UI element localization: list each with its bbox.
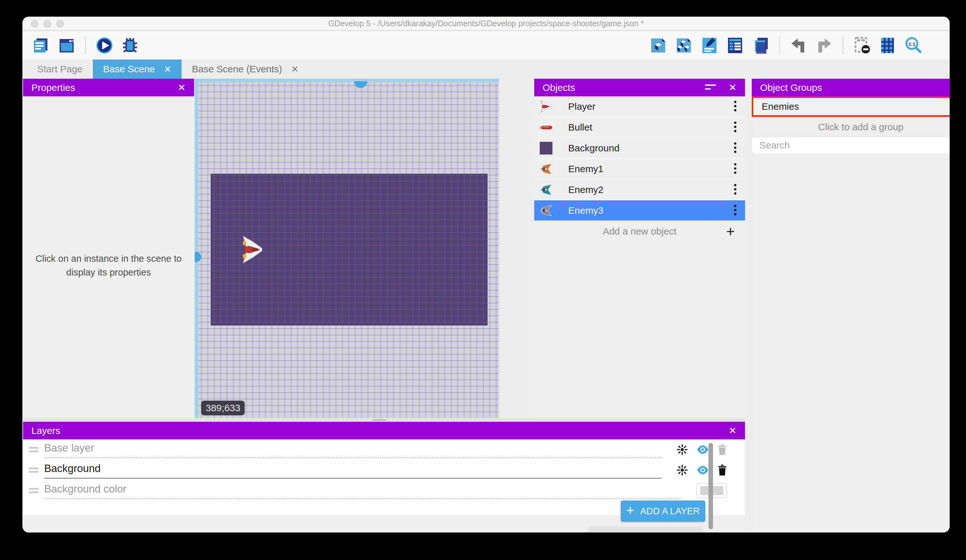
layer-effects-button[interactable] [677, 464, 688, 476]
player-ship-instance[interactable] [239, 234, 266, 265]
layer-row-background[interactable]: Background [23, 460, 745, 480]
cursor-coordinates-badge: 389;633 [201, 401, 245, 415]
titlebar: GDevelop 5 - /Users/dkarakay/Documents/G… [22, 16, 950, 31]
toggle-grid-button[interactable] [878, 35, 897, 56]
panel-title: Objects [542, 82, 575, 93]
properties-panel: Properties ✕ Click on an instance in the… [23, 79, 194, 435]
layer-name[interactable]: Background [44, 462, 100, 475]
toolbar-divider [85, 36, 86, 55]
layer-visibility-button[interactable] [696, 465, 709, 475]
game-window-edge-handle[interactable] [195, 252, 201, 262]
group-row-enemies[interactable]: Enemies [752, 96, 950, 117]
start-page-button[interactable] [57, 35, 76, 56]
redo-icon [815, 36, 833, 54]
tab-base-scene[interactable]: Base Scene ✕ [93, 59, 182, 79]
layer-delete-button[interactable] [718, 444, 727, 455]
kebab-menu-icon[interactable] [734, 204, 737, 217]
close-icon[interactable]: ✕ [729, 425, 737, 436]
toggle-window-mask-button[interactable] [852, 35, 872, 56]
object-thumbnail [539, 182, 554, 197]
toolbar-left-group [31, 35, 140, 56]
object-groups-panel-header: Object Groups ✕ [752, 79, 950, 96]
drag-handle-icon[interactable] [29, 447, 38, 452]
properties-empty-text: display its properties [66, 265, 151, 279]
layer-effects-button[interactable] [677, 444, 688, 455]
preview-play-button[interactable] [95, 35, 114, 56]
layer-name[interactable]: Base layer [44, 442, 94, 454]
layer-visibility-button[interactable] [696, 445, 709, 454]
layer-row-base[interactable]: Base layer [23, 439, 745, 460]
undo-button[interactable] [789, 35, 808, 56]
object-label: Background [568, 143, 734, 154]
close-icon[interactable]: ✕ [178, 82, 186, 93]
plus-icon: + [626, 503, 634, 518]
object-label: Enemy1 [568, 164, 734, 174]
add-group-row[interactable]: Click to add a group + [752, 117, 950, 137]
traffic-lights [31, 16, 64, 31]
open-object-groups-button[interactable] [674, 35, 693, 56]
splitter-grip-icon [372, 419, 387, 421]
object-row-bullet[interactable]: Bullet [534, 117, 745, 138]
minimize-window-button[interactable] [44, 20, 51, 28]
tab-start-page[interactable]: Start Page [27, 59, 93, 79]
layers-scrollbar[interactable] [708, 443, 713, 529]
toolbar-divider [779, 36, 780, 55]
zoom-window-button[interactable] [56, 20, 64, 28]
object-row-player[interactable]: Player [534, 96, 745, 117]
object-label: Bullet [568, 122, 734, 133]
tab-label: Start Page [37, 64, 83, 75]
window-title: GDevelop 5 - /Users/dkarakay/Documents/G… [22, 19, 950, 28]
tab-base-scene-events[interactable]: Base Scene (Events) ✕ [182, 59, 309, 79]
object-row-background[interactable]: Background [534, 138, 745, 159]
groups-search-input[interactable] [759, 140, 950, 151]
object-row-enemy2[interactable]: Enemy2 [534, 180, 745, 200]
object-thumbnail [539, 141, 554, 156]
tab-close-icon[interactable]: ✕ [291, 64, 299, 75]
tab-close-icon[interactable]: ✕ [164, 64, 171, 75]
layers-panel: Layers ✕ Base layer [23, 422, 745, 532]
scene-editor-canvas[interactable]: 389;633 [195, 79, 499, 418]
open-objects-editor-button[interactable] [649, 35, 668, 56]
kebab-menu-icon[interactable] [734, 142, 737, 155]
add-object-row[interactable]: Add a new object + [534, 221, 745, 242]
drag-handle-icon[interactable] [29, 488, 38, 493]
open-properties-button[interactable] [700, 35, 719, 56]
game-window-edge-handle[interactable] [354, 81, 367, 88]
toolbar-right-group: 1:1 [649, 35, 923, 56]
open-instances-list-button[interactable] [726, 35, 745, 56]
kebab-menu-icon[interactable] [734, 121, 737, 134]
open-layers-editor-button[interactable] [751, 35, 770, 56]
debug-button[interactable] [120, 35, 140, 56]
add-layer-button[interactable]: + ADD A LAYER [621, 501, 705, 522]
zoom-actual-size-button[interactable]: 1:1 [904, 35, 923, 56]
object-row-enemy3[interactable]: Enemy3 [534, 200, 745, 221]
layer-row-background-color[interactable]: Background color [23, 480, 745, 501]
main-toolbar: 1:1 [22, 31, 950, 59]
filter-objects-button[interactable] [705, 84, 729, 92]
plus-icon: + [726, 223, 735, 240]
drag-handle-icon[interactable] [29, 468, 38, 473]
object-thumbnail [539, 203, 554, 218]
tab-bar: Start Page Base Scene ✕ Base Scene (Even… [22, 59, 950, 79]
panel-title: Properties [31, 82, 75, 93]
panel-title: Layers [31, 425, 60, 436]
kebab-menu-icon[interactable] [734, 162, 737, 175]
screenshot-stage: GDevelop 5 - /Users/dkarakay/Documents/G… [0, 0, 966, 560]
object-thumbnail [539, 120, 554, 135]
panel-splitter[interactable] [23, 418, 745, 422]
layers-list: Base layer [23, 439, 745, 501]
kebab-menu-icon[interactable] [734, 183, 737, 196]
layer-delete-button[interactable] [718, 465, 727, 475]
close-window-button[interactable] [31, 20, 38, 28]
layer-name[interactable]: Background color [44, 483, 127, 495]
object-row-enemy1[interactable]: Enemy1 [534, 159, 745, 180]
add-group-label: Click to add a group [818, 121, 904, 133]
add-lighting-layer-button[interactable]: + ADD LIGHTING LAYER [588, 527, 703, 532]
kebab-menu-icon[interactable] [734, 100, 737, 113]
window-mask-icon [853, 36, 871, 54]
redo-button[interactable] [815, 35, 834, 56]
project-manager-button[interactable] [31, 35, 51, 56]
close-icon[interactable]: ✕ [729, 82, 737, 93]
project-manager-icon [32, 36, 50, 54]
panel-title: Object Groups [760, 82, 822, 93]
